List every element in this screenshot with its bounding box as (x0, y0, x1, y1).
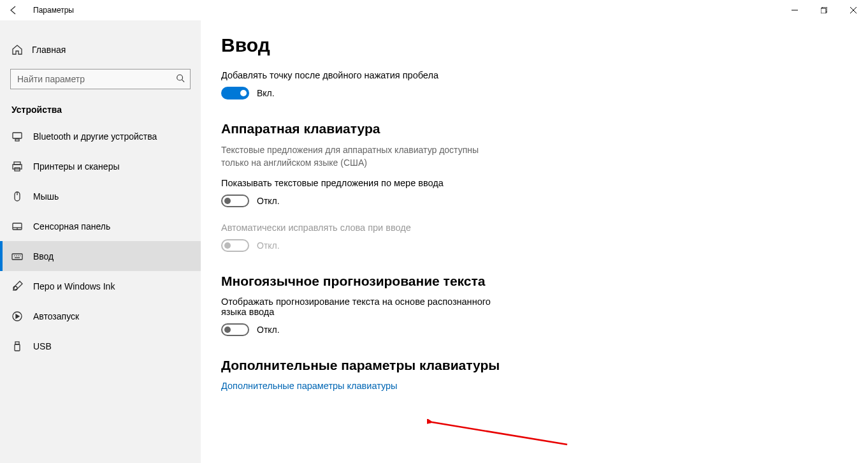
autocorrect-label: Автоматически исправлять слова при вводе (221, 223, 868, 233)
mouse-icon (11, 191, 23, 202)
arrow-left-icon (9, 5, 19, 15)
touchpad-icon (11, 221, 23, 232)
toggle-autocorrect (221, 239, 249, 252)
sidebar-section-title: Устройства (0, 89, 201, 121)
nav-printers[interactable]: Принтеры и сканеры (0, 151, 201, 181)
toggle-state: Откл. (257, 325, 280, 335)
toggle-double-space[interactable] (221, 87, 249, 99)
nav-mouse[interactable]: Мышь (0, 181, 201, 211)
advanced-keyboard-link[interactable]: Дополнительные параметры клавиатуры (221, 381, 868, 391)
autoplay-icon (11, 311, 23, 322)
keyboard-icon (11, 251, 23, 262)
devices-icon (11, 131, 23, 142)
sidebar: Главная Устройства Bluetooth и другие ус… (0, 20, 201, 463)
close-button[interactable] (839, 0, 868, 20)
printer-icon (11, 161, 23, 172)
toggle-show-suggestions[interactable] (221, 195, 249, 207)
svg-line-5 (182, 80, 185, 82)
hw-keyboard-desc: Текстовые предложения для аппаратных кла… (221, 144, 508, 169)
advanced-heading: Дополнительные параметры клавиатуры (221, 358, 868, 373)
multilang-heading: Многоязычное прогнозирование текста (221, 274, 868, 289)
main-content: Ввод Добавлять точку после двойного нажа… (201, 20, 868, 463)
home-label: Главная (32, 45, 66, 55)
nav-label: Мышь (33, 191, 59, 202)
pen-icon (11, 281, 23, 292)
multilang-desc: Отображать прогнозирование текста на осн… (221, 297, 508, 317)
nav-pen[interactable]: Перо и Windows Ink (0, 271, 201, 301)
nav-label: Перо и Windows Ink (33, 281, 115, 291)
maximize-button[interactable] (809, 0, 839, 20)
usb-icon (11, 341, 23, 352)
svg-rect-16 (12, 254, 22, 260)
nav-label: Ввод (33, 251, 54, 261)
toggle-state: Откл. (257, 240, 280, 251)
back-button[interactable] (6, 3, 22, 18)
svg-rect-1 (821, 8, 826, 13)
minimize-button[interactable] (780, 0, 809, 20)
svg-rect-9 (13, 165, 22, 169)
minimize-icon (792, 7, 798, 13)
svg-rect-6 (13, 133, 22, 138)
nav-label: Сенсорная панель (33, 221, 110, 231)
restore-icon (821, 7, 827, 13)
search-input[interactable] (11, 70, 190, 89)
search-box[interactable] (10, 69, 191, 89)
nav-touchpad[interactable]: Сенсорная панель (0, 211, 201, 241)
nav-bluetooth[interactable]: Bluetooth и другие устройства (0, 121, 201, 151)
app-title: Параметры (33, 6, 74, 15)
toggle-state: Вкл. (257, 88, 275, 98)
home-icon (11, 44, 23, 55)
nav-label: USB (33, 341, 52, 351)
nav-label: Bluetooth и другие устройства (33, 131, 157, 142)
toggle-multilang[interactable] (221, 323, 249, 336)
search-icon (176, 74, 185, 85)
svg-rect-7 (15, 139, 19, 141)
home-nav[interactable]: Главная (0, 37, 201, 62)
svg-point-4 (177, 75, 183, 80)
toggle-state: Откл. (257, 196, 280, 206)
nav-typing[interactable]: Ввод (0, 241, 201, 271)
titlebar: Параметры (0, 0, 868, 20)
nav-label: Принтеры и сканеры (33, 161, 119, 172)
nav-autoplay[interactable]: Автозапуск (0, 301, 201, 331)
page-title: Ввод (221, 34, 868, 56)
nav-label: Автозапуск (33, 311, 79, 321)
hw-keyboard-heading: Аппаратная клавиатура (221, 121, 868, 136)
show-suggestions-label: Показывать текстовые предложения по мере… (221, 178, 868, 188)
close-icon (850, 7, 857, 13)
setting-double-space-label: Добавлять точку после двойного нажатия п… (221, 70, 868, 80)
nav-usb[interactable]: USB (0, 331, 201, 361)
svg-rect-25 (15, 344, 20, 351)
